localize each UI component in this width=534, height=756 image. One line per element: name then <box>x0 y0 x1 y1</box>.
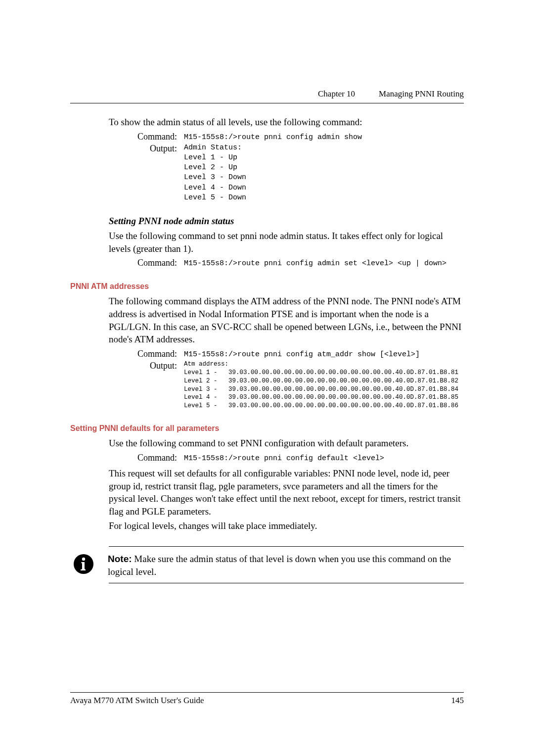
body-atm-addresses: The following command displays the ATM a… <box>109 295 464 346</box>
command-label: Command: <box>130 453 184 463</box>
body-defaults-1: Use the following command to set PNNI co… <box>109 437 464 450</box>
command-block: Command: M15-155s8:/>route pnni config d… <box>130 453 464 463</box>
command-text: M15-155s8:/>route pnni config admin set … <box>184 258 446 268</box>
info-icon <box>73 554 94 576</box>
command-label: Command: <box>130 349 184 359</box>
page-header: Chapter 10 Managing PNNI Routing <box>70 89 464 99</box>
output-text: Atm address: Level 1 - 39.03.00.00.00.00… <box>184 360 458 410</box>
body-defaults-3: For logical levels, changes will take pl… <box>109 520 464 532</box>
output-label: Output: <box>130 360 184 371</box>
intro-text-1: To show the admin status of all levels, … <box>109 116 464 129</box>
subheading-admin-status: Setting PNNI node admin status <box>109 216 464 227</box>
svg-point-1 <box>82 558 85 561</box>
note-divider-bottom <box>109 583 464 583</box>
body-defaults-2: This request will set defaults for all c… <box>109 467 464 518</box>
command-text: M15-155s8:/>route pnni config admin show <box>184 132 362 142</box>
command-block: Command: M15-155s8:/>route pnni config a… <box>130 349 464 359</box>
output-block: Output: Atm address: Level 1 - 39.03.00.… <box>130 360 464 410</box>
subheading-defaults: Setting PNNI defaults for all parameters <box>70 424 464 433</box>
note-body: Make sure the admin status of that level… <box>108 554 451 577</box>
chapter-number: Chapter 10 <box>318 89 355 99</box>
output-text: Admin Status: Level 1 - Up Level 2 - Up … <box>184 143 246 203</box>
note-block: Note: Make sure the admin status of that… <box>109 546 464 583</box>
command-text: M15-155s8:/>route pnni config atm_addr s… <box>184 349 420 359</box>
page-footer: Avaya M770 ATM Switch User's Guide 145 <box>70 692 464 706</box>
command-text: M15-155s8:/>route pnni config default <l… <box>184 453 384 463</box>
body-admin-status: Use the following command to set pnni no… <box>109 230 464 255</box>
subheading-atm-addresses: PNNI ATM addresses <box>70 282 464 291</box>
page-content: To show the admin status of all levels, … <box>70 116 464 583</box>
output-block: Output: Admin Status: Level 1 - Up Level… <box>130 143 464 203</box>
command-block: Command: M15-155s8:/>route pnni config a… <box>130 258 464 268</box>
note-label: Note: <box>108 554 132 564</box>
footer-title: Avaya M770 ATM Switch User's Guide <box>70 696 204 706</box>
note-text: Note: Make sure the admin status of that… <box>108 553 464 578</box>
command-label: Command: <box>130 132 184 142</box>
page-number: 145 <box>451 696 464 706</box>
output-label: Output: <box>130 143 184 154</box>
command-label: Command: <box>130 258 184 268</box>
header-divider <box>70 103 464 103</box>
command-block: Command: M15-155s8:/>route pnni config a… <box>130 132 464 142</box>
chapter-title: Managing PNNI Routing <box>379 89 464 99</box>
